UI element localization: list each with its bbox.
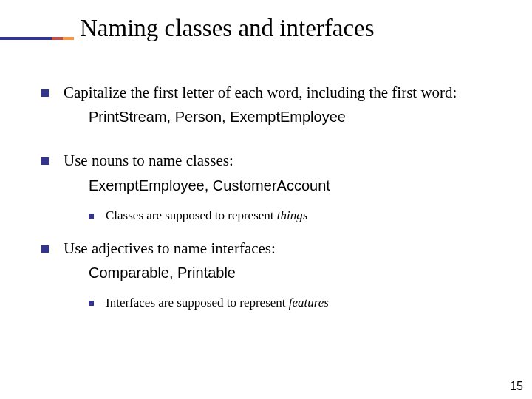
accent-seg-red — [52, 37, 63, 40]
sub-list-item: Interfaces are supposed to represent fea… — [89, 295, 499, 311]
page-title: Naming classes and interfaces — [80, 15, 375, 42]
bullet-icon — [89, 214, 94, 219]
accent-seg-orange — [63, 37, 74, 40]
list-item-text: Use adjectives to name interfaces: — [64, 239, 276, 259]
example-text: Comparable, Printable — [89, 265, 499, 282]
example-text: ExemptEmployee, CustomerAccount — [89, 177, 499, 194]
bullet-icon — [41, 157, 49, 165]
accent-seg-blue — [0, 37, 52, 40]
page-number: 15 — [510, 380, 523, 393]
sub-item-text: Classes are supposed to represent things — [106, 208, 307, 224]
sub-item-lead: Classes are supposed to represent — [106, 208, 277, 222]
bullet-icon — [89, 301, 94, 306]
list-item: Capitalize the first letter of each word… — [41, 83, 499, 103]
list-item-text: Capitalize the first letter of each word… — [64, 83, 457, 103]
list-item-text: Use nouns to name classes: — [64, 151, 233, 171]
sub-item-lead: Interfaces are supposed to represent — [106, 296, 289, 310]
sub-list-item: Classes are supposed to represent things — [89, 208, 499, 224]
bullet-icon — [41, 245, 49, 253]
sub-item-text: Interfaces are supposed to represent fea… — [106, 295, 329, 311]
list-item: Use nouns to name classes: — [41, 151, 499, 171]
example-text: PrintStream, Person, ExemptEmployee — [89, 109, 499, 126]
bullet-icon — [41, 89, 49, 97]
sub-item-ital: things — [277, 208, 308, 222]
content-area: Capitalize the first letter of each word… — [41, 83, 499, 326]
title-accent-bar — [0, 37, 74, 40]
list-item: Use adjectives to name interfaces: — [41, 239, 499, 259]
sub-item-ital: features — [289, 296, 329, 310]
